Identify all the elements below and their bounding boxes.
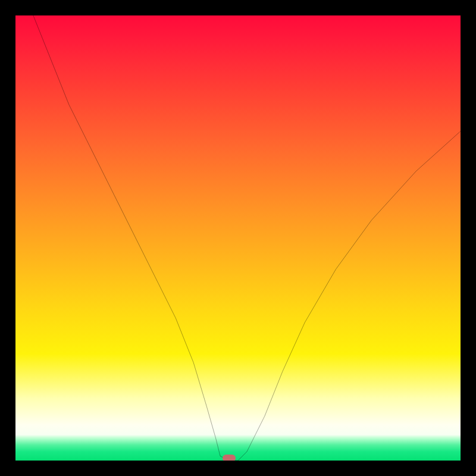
optimal-marker	[223, 455, 236, 461]
plot-area	[15, 15, 461, 461]
curve-path	[33, 15, 461, 461]
bottleneck-curve	[15, 15, 461, 461]
chart-stage: TheBottleneck.com	[0, 0, 476, 476]
watermark-text: TheBottleneck.com	[366, 2, 470, 16]
